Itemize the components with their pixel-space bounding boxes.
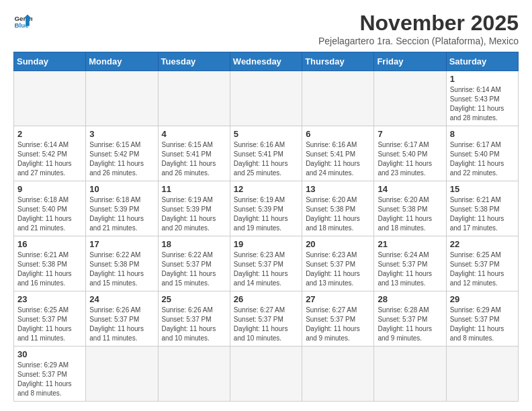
day-number: 17 (89, 239, 154, 249)
week-row-2: 9Sunrise: 6:18 AMSunset: 5:40 PMDaylight… (14, 181, 519, 236)
day-number: 5 (234, 129, 298, 139)
day-cell: 17Sunrise: 6:22 AMSunset: 5:38 PMDayligh… (86, 236, 158, 291)
day-number: 20 (306, 239, 370, 249)
day-cell: 21Sunrise: 6:24 AMSunset: 5:37 PMDayligh… (374, 236, 446, 291)
calendar: SundayMondayTuesdayWednesdayThursdayFrid… (13, 52, 519, 402)
day-cell: 11Sunrise: 6:19 AMSunset: 5:39 PMDayligh… (158, 181, 230, 236)
day-cell (302, 347, 374, 402)
day-cell: 10Sunrise: 6:18 AMSunset: 5:39 PMDayligh… (86, 181, 158, 236)
day-cell: 3Sunrise: 6:15 AMSunset: 5:42 PMDaylight… (86, 126, 158, 181)
day-info: Sunrise: 6:26 AMSunset: 5:37 PMDaylight:… (162, 306, 226, 343)
day-cell: 4Sunrise: 6:15 AMSunset: 5:41 PMDaylight… (158, 126, 230, 181)
day-info: Sunrise: 6:17 AMSunset: 5:40 PMDaylight:… (378, 140, 442, 178)
day-info: Sunrise: 6:26 AMSunset: 5:37 PMDaylight:… (89, 306, 154, 343)
day-info: Sunrise: 6:21 AMSunset: 5:38 PMDaylight:… (17, 250, 82, 288)
title-section: November 2025 Pejelagartero 1ra. Seccion… (318, 11, 519, 46)
day-cell: 1Sunrise: 6:14 AMSunset: 5:43 PMDaylight… (446, 71, 518, 126)
day-number: 11 (162, 184, 226, 194)
logo: General Blue (13, 11, 32, 30)
weekday-header-row: SundayMondayTuesdayWednesdayThursdayFrid… (14, 52, 519, 71)
day-info: Sunrise: 6:15 AMSunset: 5:42 PMDaylight:… (89, 140, 154, 178)
week-row-4: 23Sunrise: 6:25 AMSunset: 5:37 PMDayligh… (14, 291, 519, 347)
day-cell (374, 71, 446, 126)
day-cell: 30Sunrise: 6:29 AMSunset: 5:37 PMDayligh… (14, 347, 86, 402)
day-info: Sunrise: 6:22 AMSunset: 5:38 PMDaylight:… (89, 250, 154, 288)
day-cell (302, 71, 374, 126)
day-cell: 9Sunrise: 6:18 AMSunset: 5:40 PMDaylight… (14, 181, 86, 236)
day-info: Sunrise: 6:17 AMSunset: 5:40 PMDaylight:… (450, 140, 515, 178)
day-number: 15 (450, 184, 515, 194)
day-number: 24 (89, 294, 154, 304)
day-number: 22 (450, 239, 515, 249)
day-info: Sunrise: 6:19 AMSunset: 5:39 PMDaylight:… (234, 195, 298, 233)
day-cell (158, 71, 230, 126)
day-info: Sunrise: 6:14 AMSunset: 5:43 PMDaylight:… (450, 85, 515, 123)
day-number: 13 (306, 184, 370, 194)
week-row-3: 16Sunrise: 6:21 AMSunset: 5:38 PMDayligh… (14, 236, 519, 291)
day-number: 19 (234, 239, 298, 249)
day-info: Sunrise: 6:27 AMSunset: 5:37 PMDaylight:… (234, 306, 298, 343)
day-info: Sunrise: 6:24 AMSunset: 5:37 PMDaylight:… (378, 250, 442, 288)
day-cell: 28Sunrise: 6:28 AMSunset: 5:37 PMDayligh… (374, 291, 446, 347)
day-cell: 16Sunrise: 6:21 AMSunset: 5:38 PMDayligh… (14, 236, 86, 291)
day-number: 12 (234, 184, 298, 194)
day-cell: 20Sunrise: 6:23 AMSunset: 5:37 PMDayligh… (302, 236, 374, 291)
day-cell (446, 347, 518, 402)
day-info: Sunrise: 6:18 AMSunset: 5:39 PMDaylight:… (89, 195, 154, 233)
month-title: November 2025 (318, 11, 519, 36)
day-info: Sunrise: 6:16 AMSunset: 5:41 PMDaylight:… (234, 140, 298, 178)
day-number: 1 (450, 74, 515, 84)
week-row-0: 1Sunrise: 6:14 AMSunset: 5:43 PMDaylight… (14, 71, 519, 126)
day-cell (374, 347, 446, 402)
day-info: Sunrise: 6:29 AMSunset: 5:37 PMDaylight:… (450, 306, 515, 343)
day-info: Sunrise: 6:15 AMSunset: 5:41 PMDaylight:… (162, 140, 226, 178)
day-number: 29 (450, 294, 515, 304)
day-number: 18 (162, 239, 226, 249)
day-info: Sunrise: 6:14 AMSunset: 5:42 PMDaylight:… (17, 140, 82, 178)
day-number: 6 (306, 129, 370, 139)
day-info: Sunrise: 6:28 AMSunset: 5:37 PMDaylight:… (378, 306, 442, 343)
weekday-header-monday: Monday (86, 52, 158, 71)
day-info: Sunrise: 6:23 AMSunset: 5:37 PMDaylight:… (306, 250, 370, 288)
week-row-1: 2Sunrise: 6:14 AMSunset: 5:42 PMDaylight… (14, 126, 519, 181)
logo-icon: General Blue (13, 11, 32, 30)
day-info: Sunrise: 6:19 AMSunset: 5:39 PMDaylight:… (162, 195, 226, 233)
day-cell (86, 347, 158, 402)
day-cell: 7Sunrise: 6:17 AMSunset: 5:40 PMDaylight… (374, 126, 446, 181)
day-info: Sunrise: 6:22 AMSunset: 5:37 PMDaylight:… (162, 250, 226, 288)
day-info: Sunrise: 6:29 AMSunset: 5:37 PMDaylight:… (17, 361, 82, 398)
day-number: 26 (234, 294, 298, 304)
day-cell (86, 71, 158, 126)
day-cell: 19Sunrise: 6:23 AMSunset: 5:37 PMDayligh… (230, 236, 302, 291)
week-row-5: 30Sunrise: 6:29 AMSunset: 5:37 PMDayligh… (14, 347, 519, 402)
day-info: Sunrise: 6:27 AMSunset: 5:37 PMDaylight:… (306, 306, 370, 343)
day-cell: 22Sunrise: 6:25 AMSunset: 5:37 PMDayligh… (446, 236, 518, 291)
day-number: 23 (17, 294, 82, 304)
day-info: Sunrise: 6:16 AMSunset: 5:41 PMDaylight:… (306, 140, 370, 178)
day-number: 21 (378, 239, 442, 249)
day-cell: 13Sunrise: 6:20 AMSunset: 5:38 PMDayligh… (302, 181, 374, 236)
day-info: Sunrise: 6:23 AMSunset: 5:37 PMDaylight:… (234, 250, 298, 288)
day-cell: 23Sunrise: 6:25 AMSunset: 5:37 PMDayligh… (14, 291, 86, 347)
day-cell: 26Sunrise: 6:27 AMSunset: 5:37 PMDayligh… (230, 291, 302, 347)
weekday-header-friday: Friday (374, 52, 446, 71)
weekday-header-saturday: Saturday (446, 52, 518, 71)
page-header: General Blue November 2025 Pejelagartero… (13, 11, 519, 46)
day-cell: 5Sunrise: 6:16 AMSunset: 5:41 PMDaylight… (230, 126, 302, 181)
day-cell: 8Sunrise: 6:17 AMSunset: 5:40 PMDaylight… (446, 126, 518, 181)
day-number: 27 (306, 294, 370, 304)
weekday-header-tuesday: Tuesday (158, 52, 230, 71)
day-number: 3 (89, 129, 154, 139)
day-cell: 25Sunrise: 6:26 AMSunset: 5:37 PMDayligh… (158, 291, 230, 347)
day-number: 30 (17, 349, 82, 359)
day-number: 9 (17, 184, 82, 194)
day-cell: 29Sunrise: 6:29 AMSunset: 5:37 PMDayligh… (446, 291, 518, 347)
day-cell: 6Sunrise: 6:16 AMSunset: 5:41 PMDaylight… (302, 126, 374, 181)
day-cell: 24Sunrise: 6:26 AMSunset: 5:37 PMDayligh… (86, 291, 158, 347)
day-number: 28 (378, 294, 442, 304)
day-info: Sunrise: 6:18 AMSunset: 5:40 PMDaylight:… (17, 195, 82, 233)
day-cell: 15Sunrise: 6:21 AMSunset: 5:38 PMDayligh… (446, 181, 518, 236)
day-number: 7 (378, 129, 442, 139)
day-number: 8 (450, 129, 515, 139)
day-cell: 18Sunrise: 6:22 AMSunset: 5:37 PMDayligh… (158, 236, 230, 291)
